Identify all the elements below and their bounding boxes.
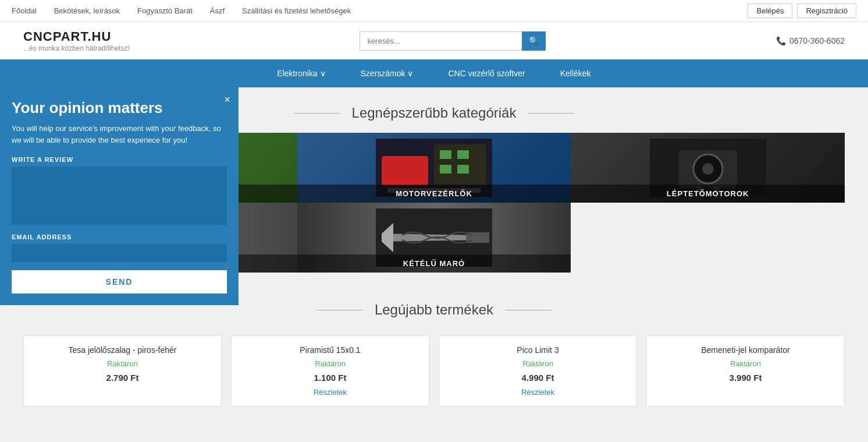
product-price-3: 3.990 Ft	[656, 373, 835, 383]
product-link-2[interactable]: Részletek	[521, 388, 554, 397]
top-navigation: Főoldal Bekötések, leírások Fogyasztó Ba…	[0, 0, 868, 22]
nav-fogyaszto[interactable]: Fogyasztó Barát	[137, 6, 193, 15]
category-ketelu[interactable]: KÉTÉLŰ MARÓ	[297, 203, 571, 273]
category-ketelu-label: KÉTÉLŰ MARÓ	[297, 254, 571, 273]
svg-rect-11	[440, 165, 451, 174]
logo-area: CNCPART.HU ...és munka közben hátradőlhe…	[23, 29, 130, 52]
category-motorvezerlok[interactable]: MOTORVEZÉRLŐK	[297, 133, 571, 203]
product-stock-3: Raktáron	[656, 359, 835, 368]
site-logo[interactable]: CNCPART.HU	[23, 29, 130, 44]
nav-szerszamok[interactable]: Szerszámok ∨	[343, 59, 431, 87]
nav-elektronika[interactable]: Elektronika ∨	[259, 59, 343, 87]
nav-kellekek[interactable]: Kellékek	[543, 59, 609, 87]
nav-aszf[interactable]: Ászf	[210, 6, 225, 15]
page-body: Legnépszerűbb kategóriák VEZÉRLÁPOK	[0, 87, 868, 406]
email-label: EMAIL ADDRESS	[12, 234, 227, 241]
review-textarea[interactable]	[12, 167, 227, 225]
phone-icon: 📞	[776, 36, 786, 45]
svg-rect-9	[440, 150, 451, 159]
product-name-3: Bemeneti-jel komparátor	[656, 345, 835, 355]
product-link-1[interactable]: Részletek	[314, 388, 347, 397]
site-header: CNCPART.HU ...és munka közben hátradőlhe…	[0, 22, 868, 59]
phone-number: 0670-360-6062	[789, 36, 845, 45]
search-button[interactable]: 🔍	[522, 31, 546, 51]
main-navigation: Elektronika ∨ Szerszámok ∨ CNC vezérlő s…	[0, 59, 868, 87]
popup-close-button[interactable]: ×	[224, 94, 230, 105]
product-price-0: 2.790 Ft	[33, 373, 212, 383]
product-price-1: 1.100 Ft	[241, 373, 419, 383]
product-price-2: 4.990 Ft	[449, 373, 627, 383]
product-stock-0: Raktáron	[33, 359, 212, 368]
search-area: 🔍	[141, 31, 764, 51]
product-stock-1: Raktáron	[241, 359, 419, 368]
category-leptetomotorok[interactable]: LÉPTETŐMOTOROK	[571, 133, 845, 203]
svg-rect-10	[457, 150, 469, 159]
svg-rect-7	[382, 156, 428, 185]
product-card-2: Pico Limit 3 Raktáron 4.990 Ft Részletek	[439, 335, 637, 406]
product-name-0: Tesa jelölőszalag - piros-fehér	[33, 345, 212, 355]
send-button[interactable]: SEND	[12, 270, 227, 294]
nav-szallitasi[interactable]: Szállítási és fizetési lehetőségek	[242, 6, 351, 15]
svg-rect-12	[457, 165, 469, 174]
popup-title: Your opinion matters	[12, 99, 227, 117]
category-leptetomotorok-label: LÉPTETŐMOTOROK	[571, 185, 845, 203]
product-grid: Tesa jelölőszalag - piros-fehér Raktáron…	[23, 335, 845, 406]
nav-fooldal[interactable]: Főoldal	[12, 6, 37, 15]
feedback-popup: × Your opinion matters You will help our…	[0, 87, 239, 305]
svg-point-17	[702, 163, 714, 175]
product-name-2: Pico Limit 3	[449, 345, 627, 355]
email-input[interactable]	[12, 244, 227, 262]
site-tagline: ...és munka közben hátradőlhetsz!	[23, 44, 130, 52]
popup-description: You will help our service's improvement …	[12, 123, 227, 146]
login-button[interactable]: Belépés	[748, 3, 792, 18]
product-name-1: Piramistű 15x0.1	[241, 345, 419, 355]
search-icon: 🔍	[529, 36, 539, 45]
register-button[interactable]: Regisztráció	[797, 3, 856, 18]
product-stock-2: Raktáron	[449, 359, 627, 368]
product-card-3: Bemeneti-jel komparátor Raktáron 3.990 F…	[646, 335, 845, 406]
phone-area: 📞 0670-360-6062	[776, 36, 845, 45]
nav-bekotesek[interactable]: Bekötések, leírások	[54, 6, 120, 15]
nav-cnc-szoftver[interactable]: CNC vezérlő szoftver	[431, 59, 542, 87]
search-input[interactable]	[360, 31, 522, 51]
category-motorvezerlok-label: MOTORVEZÉRLŐK	[297, 185, 571, 203]
product-card-0: Tesa jelölőszalag - piros-fehér Raktáron…	[23, 335, 222, 406]
product-card-1: Piramistű 15x0.1 Raktáron 1.100 Ft Részl…	[231, 335, 429, 406]
review-label: WRITE A REVIEW	[12, 156, 227, 163]
